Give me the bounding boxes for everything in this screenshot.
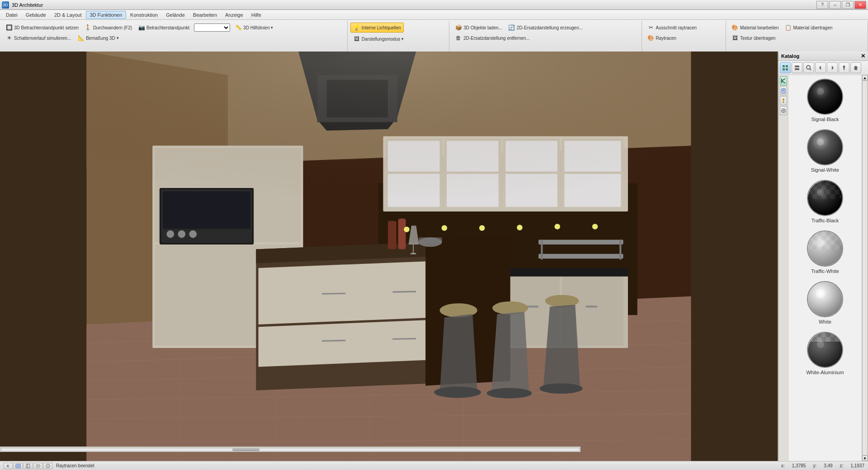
menu-gebaeude[interactable]: Gebäude	[22, 11, 50, 19]
svg-rect-99	[844, 68, 844, 70]
hscroll-track[interactable]	[1, 448, 580, 451]
menu-hilfe[interactable]: Hilfe	[247, 11, 265, 19]
signal-black-svg	[808, 80, 843, 115]
catalog-panel: Katalog ✕	[778, 52, 868, 461]
catalog-tool-6[interactable]	[839, 62, 849, 73]
btn-ersatz-entfernen[interactable]: 🗑 2D-Ersatzdarstellung entfernen...	[452, 33, 533, 43]
svg-rect-84	[538, 254, 623, 258]
btn-ersatz-erzeugen[interactable]: 🔄 2D-Ersatzdarstellung erzeugen...	[505, 23, 585, 33]
textur-icon: 🖼	[731, 34, 739, 42]
catalog-side-btn-p[interactable]	[780, 86, 787, 95]
catalog-scroll-track[interactable]	[862, 80, 868, 456]
btn-hilfslinien[interactable]: 📏 3D Hilfslinien ▾	[232, 23, 276, 33]
status-bar: K	[0, 461, 868, 470]
material-label-white-aluminium: White-Aluminium	[806, 370, 844, 375]
status-icon-b[interactable]	[24, 463, 33, 469]
svg-point-111	[817, 138, 824, 146]
svg-point-109	[817, 88, 824, 95]
darstellung-icon: 🖼	[353, 35, 360, 42]
svg-rect-93	[795, 68, 799, 70]
btn-raytracen[interactable]: 🎨 Raytracen	[645, 33, 679, 43]
material-preview-white-aluminium	[807, 332, 843, 368]
btn-ausschnitt-raytracen[interactable]: ✂ Ausschnitt raytracen	[645, 23, 700, 33]
catalog-tool-7[interactable]	[850, 62, 861, 73]
btn-betrachterstandpunkt[interactable]: 📷 Betrachterstandpunkt	[135, 23, 192, 33]
menu-konstruktion[interactable]: Konstruktion	[126, 11, 162, 19]
3d-viewport[interactable]	[0, 52, 778, 461]
catalog-item-white[interactable]: White	[792, 281, 858, 324]
catalog-p-icon	[781, 88, 786, 94]
svg-point-183	[817, 240, 824, 247]
catalog-item-white-aluminium[interactable]: White-Aluminium	[792, 332, 858, 375]
btn-bemasssung[interactable]: 📐 Bemaßung 3D ▾	[75, 33, 121, 43]
catalog-header: Katalog ✕	[778, 52, 868, 61]
svg-rect-206	[16, 464, 20, 468]
menu-bearbeiten[interactable]: Bearbeiten	[189, 11, 221, 19]
menu-anzeige[interactable]: Anzeige	[221, 11, 247, 19]
btn-textur-uebertragen[interactable]: 🖼 Textur übertragen	[729, 33, 778, 43]
catalog-item-signal-black[interactable]: Signal-Black	[792, 79, 858, 122]
catalog-side-btn-k[interactable]	[780, 76, 787, 85]
window-controls: ? – ❐ ✕	[816, 1, 866, 9]
svg-rect-85	[541, 240, 542, 260]
help-button[interactable]: ?	[816, 1, 828, 9]
catalog-tool-icon-3	[806, 65, 812, 71]
white-material-svg	[808, 282, 843, 317]
hscroll-thumb[interactable]	[232, 448, 259, 451]
material-label-signal-black: Signal-Black	[811, 117, 839, 122]
catalog-title: Katalog	[781, 53, 799, 59]
svg-rect-37	[585, 306, 597, 307]
status-icon-k[interactable]: K	[4, 463, 13, 469]
viewport-hscroll[interactable]	[0, 446, 580, 452]
catalog-tool-2[interactable]	[792, 62, 802, 73]
status-icon-p[interactable]	[14, 463, 23, 469]
status-icon-i[interactable]	[33, 463, 42, 469]
status-icons: K	[4, 463, 52, 469]
catalog-tool-1[interactable]	[780, 62, 791, 73]
catalog-item-signal-white[interactable]: Signal-White	[792, 129, 858, 173]
status-icon-a[interactable]	[43, 463, 52, 469]
btn-material-bearbeiten[interactable]: 🎨 Material bearbeiten	[729, 23, 782, 33]
btn-material-uebertragen[interactable]: 📋 Material übertragen	[782, 23, 835, 33]
status-b-icon	[25, 464, 31, 468]
svg-point-94	[807, 66, 810, 69]
minimize-button[interactable]: –	[829, 1, 841, 9]
catalog-side-btn-i[interactable]	[780, 96, 787, 105]
btn-3d-objekte-laden[interactable]: 📦 3D Objekte laden...	[452, 23, 505, 33]
btn-durchwandern[interactable]: 🚶 Durchwandern (F2)	[82, 23, 135, 33]
menu-datei[interactable]: Datei	[2, 11, 22, 19]
menu-3d-funktionen[interactable]: 3D Funktionen	[86, 11, 127, 19]
catalog-tool-5[interactable]	[827, 62, 838, 73]
catalog-tool-4[interactable]	[815, 62, 826, 73]
menu-2d-layout[interactable]: 2D & Layout	[50, 11, 86, 19]
btn-interne-lichtquellen[interactable]: 💡 Interne Lichtquellen	[350, 23, 404, 33]
betrachterstandpunkt-dropdown[interactable]	[194, 24, 230, 32]
ausschnitt-icon: ✂	[647, 24, 655, 31]
close-button[interactable]: ✕	[854, 1, 866, 9]
btn-darstellungsmodus[interactable]: 🖼 Darstellungsmodus ▾	[350, 34, 407, 44]
catalog-side-btn-a[interactable]	[780, 106, 787, 115]
catalog-close[interactable]: ✕	[861, 53, 865, 59]
main-viewport[interactable]	[0, 52, 778, 461]
catalog-item-traffic-black[interactable]: Traffic-Black	[792, 180, 858, 223]
svg-line-54	[322, 340, 345, 341]
svg-rect-89	[786, 65, 788, 67]
svg-point-204	[808, 333, 843, 368]
status-i-icon	[35, 464, 41, 468]
restore-button[interactable]: ❐	[842, 1, 854, 9]
catalog-scrollbar[interactable]: ▲ ▼	[862, 75, 868, 461]
btn-schattenverlauf[interactable]: ☀ Schattenverlauf simulieren...	[3, 33, 74, 43]
svg-rect-209	[26, 464, 30, 468]
catalog-home-icon	[853, 65, 859, 71]
svg-rect-188	[808, 333, 812, 337]
catalog-tool-3[interactable]	[803, 62, 814, 73]
catalog-pin-icon	[841, 65, 847, 71]
catalog-scroll-up[interactable]: ▲	[862, 75, 868, 80]
material-preview-signal-white	[807, 129, 843, 165]
catalog-scroll-down[interactable]: ▼	[862, 456, 868, 461]
catalog-item-traffic-white[interactable]: Traffic-White	[792, 230, 858, 274]
btn-betrachterstandpunkt-setzen[interactable]: 🔲 3D Betrachterstandpunkt setzen	[3, 23, 81, 33]
svg-rect-121	[840, 181, 843, 185]
svg-marker-100	[854, 66, 858, 70]
menu-gelaende[interactable]: Gelände	[162, 11, 189, 19]
